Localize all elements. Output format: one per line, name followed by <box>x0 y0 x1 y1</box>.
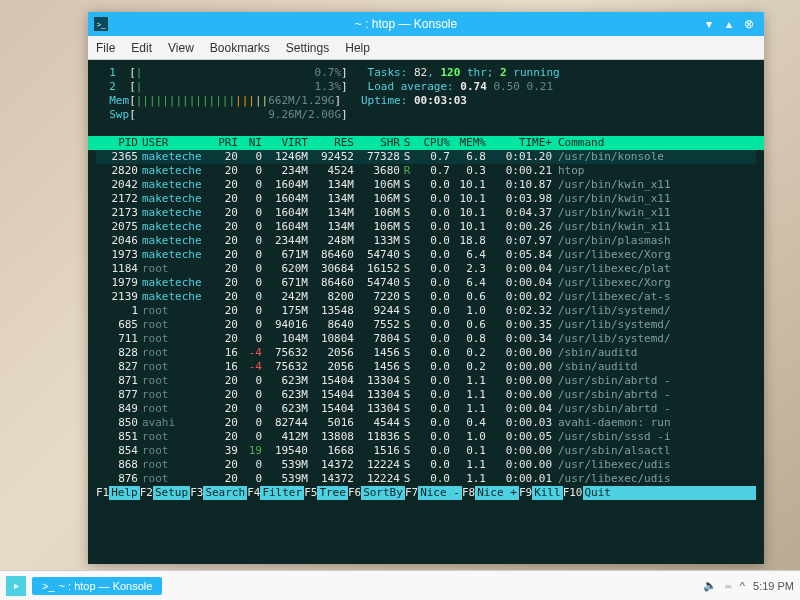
header-s[interactable]: S <box>400 136 414 150</box>
menubar: File Edit View Bookmarks Settings Help <box>88 36 764 60</box>
window-title: ~ : htop — Konsole <box>114 17 698 31</box>
app-icon: >_ <box>94 17 108 31</box>
close-button[interactable]: ⊗ <box>740 15 758 33</box>
terminal[interactable]: 1 [| 0.7%] Tasks: 82, 120 thr; 2 running… <box>88 60 764 564</box>
menu-settings[interactable]: Settings <box>286 41 329 55</box>
header-pid[interactable]: PID <box>96 136 138 150</box>
header-cpu[interactable]: CPU% <box>414 136 450 150</box>
fkey-f5[interactable]: F5Tree <box>304 486 348 500</box>
process-row[interactable]: 2042maketeche2001604M134M106MS0.010.10:1… <box>96 178 756 192</box>
cpu1-meter: 1 [| 0.7%] Tasks: 82, 120 thr; 2 running <box>96 66 756 80</box>
taskbar[interactable]: ▸ >_ ~ : htop — Konsole 🔈 ⎓ ^ 5:19 PM <box>0 570 800 600</box>
maximize-button[interactable]: ▴ <box>720 15 738 33</box>
process-row[interactable]: 828root16-47563220561456S0.00.20:00.00/s… <box>96 346 756 360</box>
process-row[interactable]: 1979maketeche200671M8646054740S0.06.40:0… <box>96 276 756 290</box>
header-virt[interactable]: VIRT <box>262 136 308 150</box>
process-row[interactable]: 2075maketeche2001604M134M106MS0.010.10:0… <box>96 220 756 234</box>
header-shr[interactable]: SHR <box>354 136 400 150</box>
header-pri[interactable]: PRI <box>210 136 238 150</box>
menu-help[interactable]: Help <box>345 41 370 55</box>
process-row[interactable]: 851root200412M1380811836S0.01.00:00.05/u… <box>96 430 756 444</box>
process-row[interactable]: 2820maketeche200234M45243680R0.70.30:00.… <box>96 164 756 178</box>
fkey-f6[interactable]: F6SortBy <box>348 486 405 500</box>
clock[interactable]: 5:19 PM <box>753 580 794 592</box>
battery-icon[interactable]: ⎓ <box>725 580 732 592</box>
header-cmd[interactable]: Command <box>552 136 756 150</box>
header-time[interactable]: TIME+ <box>486 136 552 150</box>
menu-edit[interactable]: Edit <box>131 41 152 55</box>
header-user[interactable]: USER <box>138 136 210 150</box>
mem-meter: Mem[||||||||||||||||||||662M/1.29G] Upti… <box>96 94 756 108</box>
process-row[interactable]: 2046maketeche2002344M248M133MS0.018.80:0… <box>96 234 756 248</box>
process-list[interactable]: 2365maketeche2001246M9245277328S0.76.80:… <box>96 150 756 486</box>
system-tray[interactable]: 🔈 ⎓ ^ 5:19 PM <box>703 579 794 592</box>
fkey-f3[interactable]: F3Search <box>190 486 247 500</box>
process-row[interactable]: 827root16-47563220561456S0.00.20:00.00/s… <box>96 360 756 374</box>
process-row[interactable]: 868root200539M1437212224S0.01.10:00.00/u… <box>96 458 756 472</box>
fkey-f4[interactable]: F4Filter <box>247 486 304 500</box>
process-row[interactable]: 1973maketeche200671M8646054740S0.06.40:0… <box>96 248 756 262</box>
plasma-launcher-icon[interactable]: ▸ <box>6 576 26 596</box>
process-row[interactable]: 711root200104M108047804S0.00.80:00.34/us… <box>96 332 756 346</box>
cpu2-meter: 2 [| 1.3%] Load average: 0.74 0.50 0.21 <box>96 80 756 94</box>
process-row[interactable]: 685root2009401686407552S0.00.60:00.35/us… <box>96 318 756 332</box>
menu-bookmarks[interactable]: Bookmarks <box>210 41 270 55</box>
menu-file[interactable]: File <box>96 41 115 55</box>
fkey-f8[interactable]: F8Nice + <box>462 486 519 500</box>
blank <box>96 122 756 136</box>
volume-icon[interactable]: 🔈 <box>703 579 717 592</box>
konsole-window: >_ ~ : htop — Konsole ▾ ▴ ⊗ File Edit Vi… <box>88 12 764 564</box>
column-headers[interactable]: PID USER PRI NI VIRT RES SHR S CPU% MEM%… <box>88 136 764 150</box>
fkey-f7[interactable]: F7Nice - <box>405 486 462 500</box>
taskbar-entry-konsole[interactable]: >_ ~ : htop — Konsole <box>32 577 162 595</box>
menu-view[interactable]: View <box>168 41 194 55</box>
header-ni[interactable]: NI <box>238 136 262 150</box>
minimize-button[interactable]: ▾ <box>700 15 718 33</box>
titlebar[interactable]: >_ ~ : htop — Konsole ▾ ▴ ⊗ <box>88 12 764 36</box>
chevron-up-icon[interactable]: ^ <box>740 580 745 592</box>
swp-meter: Swp[ 9.26M/2.00G] <box>96 108 756 122</box>
process-row[interactable]: 877root200623M1540413304S0.01.10:00.00/u… <box>96 388 756 402</box>
process-row[interactable]: 876root200539M1437212224S0.01.10:00.01/u… <box>96 472 756 486</box>
header-res[interactable]: RES <box>308 136 354 150</box>
function-key-bar: F1HelpF2Setup F3SearchF4FilterF5Tree F6S… <box>88 486 764 500</box>
terminal-icon: >_ <box>42 580 55 592</box>
task-title: ~ : htop — Konsole <box>59 580 153 592</box>
process-row[interactable]: 854root39191954016681516S0.00.10:00.00/u… <box>96 444 756 458</box>
fkey-f2[interactable]: F2Setup <box>140 486 190 500</box>
fkey-f9[interactable]: F9Kill <box>519 486 563 500</box>
process-row[interactable]: 1184root200620M3068416152S0.02.30:00.04/… <box>96 262 756 276</box>
fkey-f1[interactable]: F1Help <box>96 486 140 500</box>
process-row[interactable]: 871root200623M1540413304S0.01.10:00.00/u… <box>96 374 756 388</box>
process-row[interactable]: 2365maketeche2001246M9245277328S0.76.80:… <box>96 150 756 164</box>
header-mem[interactable]: MEM% <box>450 136 486 150</box>
process-row[interactable]: 849root200623M1540413304S0.01.10:00.04/u… <box>96 402 756 416</box>
process-row[interactable]: 2172maketeche2001604M134M106MS0.010.10:0… <box>96 192 756 206</box>
process-row[interactable]: 850avahi2008274450164544S0.00.40:00.03av… <box>96 416 756 430</box>
fkey-f10[interactable]: F10Quit <box>563 486 613 500</box>
process-row[interactable]: 1root200175M135489244S0.01.00:02.32/usr/… <box>96 304 756 318</box>
process-row[interactable]: 2173maketeche2001604M134M106MS0.010.10:0… <box>96 206 756 220</box>
process-row[interactable]: 2139maketeche200242M82007220S0.00.60:00.… <box>96 290 756 304</box>
